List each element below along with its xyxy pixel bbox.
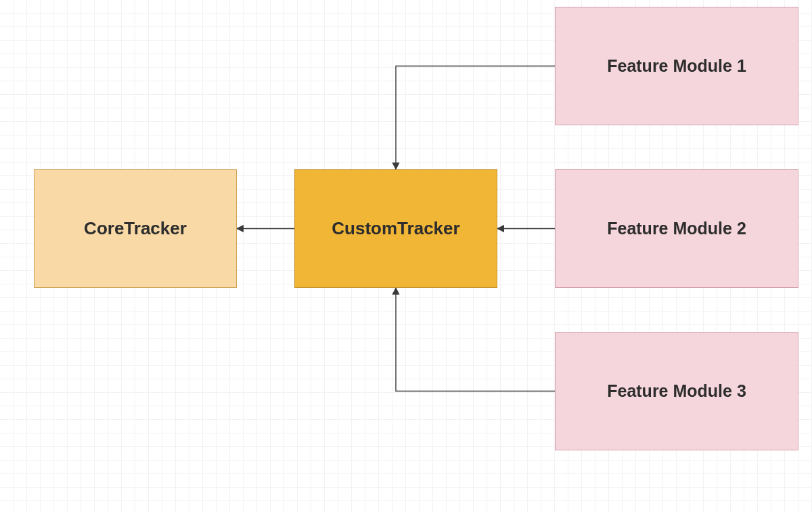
node-label: Feature Module 2	[607, 219, 746, 238]
node-custom-tracker[interactable]: CustomTracker	[294, 169, 497, 288]
node-feature-module-2[interactable]: Feature Module 2	[555, 169, 798, 288]
node-core-tracker[interactable]: CoreTracker	[34, 169, 237, 288]
node-feature-module-3[interactable]: Feature Module 3	[555, 332, 798, 450]
node-label: Feature Module 1	[607, 56, 746, 76]
edge-feat3-to-custom	[396, 288, 555, 391]
node-label: Feature Module 3	[607, 381, 746, 401]
node-feature-module-1[interactable]: Feature Module 1	[555, 7, 798, 125]
node-label: CoreTracker	[84, 218, 187, 239]
node-label: CustomTracker	[332, 218, 459, 239]
edge-feat1-to-custom	[396, 66, 555, 170]
diagram-canvas: CoreTracker CustomTracker Feature Module…	[0, 0, 812, 512]
